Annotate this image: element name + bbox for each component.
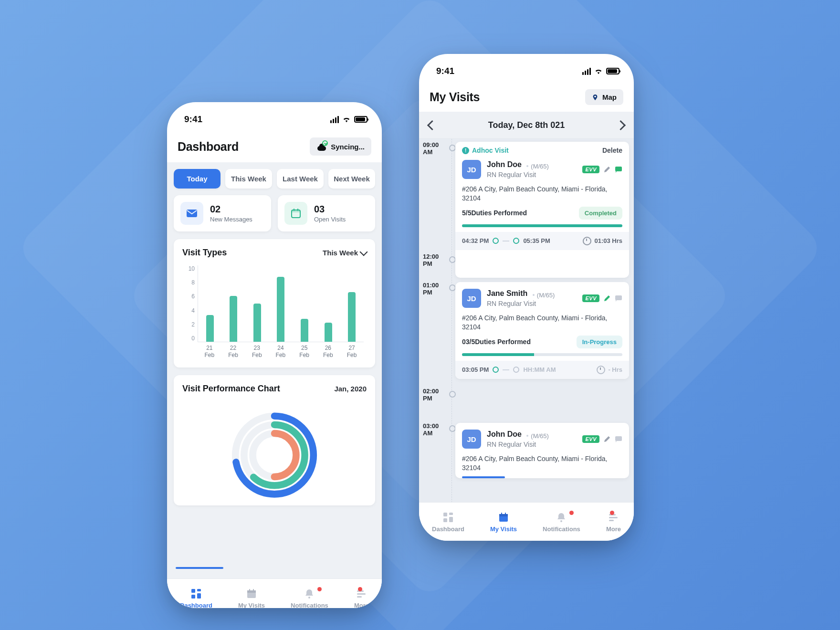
visit-types-card: Visit Types This Week 1086420 21Feb22Feb… (174, 239, 375, 368)
patient-avatar: JD (462, 430, 481, 449)
active-visit-indicator (462, 476, 505, 478)
patient-name: John Doe (487, 160, 522, 168)
duties-performed: 03/5Duties Performed (462, 338, 531, 346)
tab-today[interactable]: Today (174, 169, 220, 189)
open-visits-card[interactable]: 03 Open Visits (278, 195, 375, 231)
nav-my-visits[interactable]: My Visits (490, 512, 517, 533)
svg-rect-32 (499, 514, 508, 516)
wifi-icon (342, 116, 351, 123)
chat-icon[interactable] (615, 435, 622, 443)
visit-performance-card: Visit Performance Chart Jan, 2020 (174, 375, 375, 505)
status-time: 9:41 (436, 66, 454, 76)
calendar-nav-icon (246, 588, 257, 599)
cloud-sync-icon (316, 141, 327, 152)
patient-meta: (M/65) (533, 292, 555, 299)
svg-rect-16 (247, 590, 256, 593)
page-title: My Visits (430, 90, 480, 104)
nav-dashboard[interactable]: Dashboard (180, 588, 212, 608)
svg-rect-12 (197, 589, 201, 591)
svg-rect-14 (191, 595, 195, 598)
clock-icon (597, 366, 605, 374)
nav-dashboard[interactable]: Dashboard (432, 512, 464, 533)
visit-performance-period: Jan, 2020 (334, 385, 367, 393)
chat-icon[interactable] (615, 166, 622, 173)
page-title: Dashboard (178, 140, 239, 154)
visit-types-chart: 1086420 21Feb22Feb23Feb24Feb25Feb26Feb27… (182, 265, 367, 361)
dashboard-icon (442, 512, 454, 523)
calendar-nav-icon (498, 512, 509, 523)
battery-icon (606, 68, 620, 74)
evv-badge: EVV (582, 435, 599, 443)
visits-timeline[interactable]: 09:00AM12:00PM01:00PM02:00PM03:00AM ! Ad… (419, 139, 634, 502)
phone-my-visits: 9:41 My Visits Map Today, Dec 8th 021 09… (419, 54, 634, 541)
notification-dot-icon (358, 587, 362, 591)
svg-rect-34 (505, 513, 506, 515)
signal-icon (582, 68, 591, 75)
adhoc-visit-label: Adhoc Visit (472, 147, 509, 154)
svg-rect-22 (357, 596, 362, 598)
svg-rect-4 (297, 209, 298, 211)
svg-rect-29 (449, 517, 453, 522)
notification-dot-icon (610, 511, 614, 515)
delete-visit-button[interactable]: Delete (602, 147, 622, 154)
evv-badge: EVV (582, 166, 599, 173)
nav-notifications[interactable]: Notifications (543, 512, 580, 533)
status-icons (330, 116, 368, 123)
svg-rect-37 (609, 517, 618, 518)
visit-type: RN Regular Visit (487, 441, 549, 448)
nav-notifications[interactable]: Notifications (291, 588, 328, 608)
nav-more[interactable]: More (606, 512, 621, 533)
date-range-tabs: Today This Week Last Week Next Week (174, 169, 375, 189)
battery-icon (354, 116, 368, 123)
next-day-button[interactable] (616, 120, 626, 130)
chat-icon[interactable] (615, 294, 622, 302)
visit-timestamps: 04:32 PM 05:35 PM 01:03 Hrs (455, 232, 629, 250)
visit-card[interactable]: JD John Doe (M/65) RN Regular Visit EVV … (455, 423, 629, 478)
visit-timestamps: 03:05 PM HH:MM AM - Hrs (455, 361, 629, 379)
visit-card[interactable]: JD Jane Smith (M/65) RN Regular Visit EV… (455, 282, 629, 379)
visit-types-range-select[interactable]: This Week (323, 249, 367, 257)
visit-address: #206 A City, Palm Beach County, Miami - … (455, 309, 629, 336)
tab-this-week[interactable]: This Week (225, 169, 272, 189)
nav-more[interactable]: More (354, 588, 369, 608)
sync-label: Syncing... (331, 143, 365, 151)
svg-rect-21 (357, 593, 366, 595)
sync-status-chip[interactable]: Syncing... (310, 137, 371, 156)
new-messages-label: New Messages (210, 216, 252, 223)
tab-next-week[interactable]: Next Week (328, 169, 375, 189)
bell-icon (304, 588, 315, 599)
svg-rect-11 (191, 589, 195, 593)
svg-rect-28 (449, 513, 453, 515)
notification-dot-icon (317, 587, 322, 591)
notification-dot-icon (569, 511, 574, 515)
signal-icon (330, 116, 339, 123)
patient-name: John Doe (487, 430, 522, 438)
clock-icon (583, 237, 591, 245)
nav-my-visits[interactable]: My Visits (238, 588, 265, 608)
svg-rect-3 (294, 209, 294, 211)
visit-types-title: Visit Types (182, 248, 227, 258)
date-navigator: Today, Dec 8th 021 (419, 112, 634, 139)
status-time: 9:41 (184, 114, 202, 125)
visit-type: RN Regular Visit (487, 300, 555, 307)
patient-name: Jane Smith (487, 289, 527, 297)
new-messages-card[interactable]: 02 New Messages (174, 195, 271, 231)
edit-icon[interactable] (603, 435, 611, 443)
edit-icon[interactable] (603, 166, 611, 173)
bottom-nav: Dashboard My Visits Notifications More (167, 578, 382, 608)
envelope-icon (180, 202, 203, 225)
svg-rect-25 (615, 295, 622, 300)
patient-meta: (M/65) (526, 432, 549, 440)
visit-card[interactable]: ! Adhoc Visit Delete JD John Doe (M/65) … (455, 142, 629, 278)
bottom-nav: Dashboard My Visits Notifications More (419, 502, 634, 541)
phone-dashboard: 9:41 Dashboard Syncing... Today This Wee… (167, 102, 382, 608)
status-bar: 9:41 (167, 102, 382, 133)
tab-last-week[interactable]: Last Week (277, 169, 324, 189)
map-pin-icon (592, 94, 598, 101)
info-icon: ! (462, 147, 469, 154)
visit-performance-title: Visit Performance Chart (182, 384, 280, 394)
prev-day-button[interactable] (427, 120, 437, 130)
edit-icon[interactable] (603, 294, 611, 302)
map-button[interactable]: Map (585, 89, 623, 105)
open-visits-value: 03 (314, 204, 346, 215)
